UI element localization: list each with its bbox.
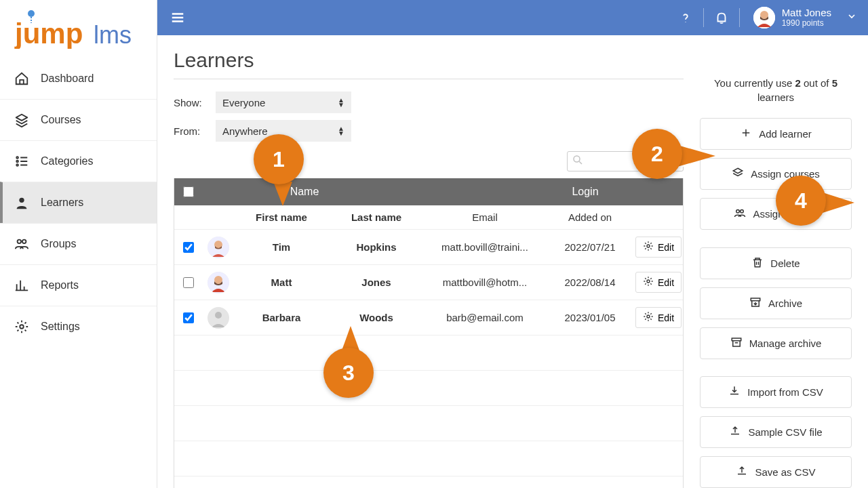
table-row: Barbara Woods barb@email.com 2023/01/05 … [174,300,683,336]
svg-point-3 [16,157,18,159]
callout-pointer [677,145,715,167]
cell-email: mattbovill@hotm... [424,277,546,288]
svg-point-21 [647,315,650,318]
user-name: Matt Jones [782,7,831,19]
svg-rect-24 [751,298,760,301]
edit-button[interactable]: Edit [635,307,682,328]
svg-point-6 [19,198,24,203]
svg-point-18 [647,280,650,283]
people-icon [734,207,746,221]
main: Matt Jones 1990 points Learners Show: Ev… [157,0,868,488]
sidebar-item-reports[interactable]: Reports [0,264,157,306]
column-last-name[interactable]: Last name [329,211,424,223]
divider [739,8,740,27]
select-all-checkbox[interactable] [183,186,194,197]
sidebar-item-categories[interactable]: Categories [0,140,157,182]
download-icon [728,385,741,399]
row-checkbox[interactable] [183,277,194,288]
avatar [753,7,775,28]
help-icon[interactable] [677,9,694,26]
learners-table: Name Login First name Last name Email Ad… [174,178,684,488]
sidebar-item-label: Reports [41,279,79,291]
row-checkbox[interactable] [183,242,194,253]
table-row: Matt Jones mattbovill@hotm... 2022/08/14… [174,265,683,300]
column-group-login[interactable]: Login [406,186,683,198]
edit-button[interactable]: Edit [635,272,682,293]
svg-point-0 [28,10,35,17]
column-email[interactable]: Email [424,211,546,223]
callout-2: 2 [632,129,682,179]
sample-csv-button[interactable]: Sample CSV file [700,416,852,448]
import-csv-button[interactable]: Import from CSV [700,376,852,408]
sidebar-item-courses[interactable]: Courses [0,99,157,140]
bell-icon[interactable] [713,9,730,26]
empty-row [174,476,683,488]
cell-first-name: Matt [234,277,329,288]
filter-show-label: Show: [174,97,209,108]
table-row: Tim Hopkins matt.bovill@traini... 2022/0… [174,230,683,265]
cell-added-on: 2022/07/21 [546,241,634,253]
sidebar-item-settings[interactable]: Settings [0,306,157,347]
empty-row [174,336,683,371]
filters: Show: Everyone ▲▼ From: Anywhere ▲▼ [174,92,684,142]
avatar [208,272,229,293]
svg-point-23 [741,210,744,214]
callout-1: 1 [254,134,304,184]
gear-icon [643,311,654,324]
avatar [208,237,229,258]
column-group-name[interactable]: Name [203,186,406,198]
edit-label: Edit [658,242,674,253]
filter-from-label: From: [174,125,209,137]
assign-courses-button[interactable]: Assign courses [700,158,852,190]
column-added-on[interactable]: Added on [546,211,634,223]
gear-icon [643,276,654,289]
filter-show-value: Everyone [222,97,265,108]
sidebar-item-label: Dashboard [41,73,94,85]
sort-icon: ▲▼ [338,126,344,136]
add-learner-button[interactable]: Add learner [700,118,852,150]
gear-icon [14,319,30,335]
svg-point-12 [574,156,580,162]
gear-icon [643,241,654,253]
archive-button[interactable]: Archive [700,287,852,319]
svg-text:jump: jump [14,18,83,49]
menu-toggle[interactable] [168,8,187,27]
people-icon [14,236,30,252]
sidebar-item-groups[interactable]: Groups [0,223,157,264]
cell-last-name: Hopkins [329,241,424,253]
row-checkbox[interactable] [183,312,194,323]
stack-icon [14,112,30,128]
sort-icon: ▲▼ [338,98,344,107]
column-first-name[interactable]: First name [234,211,329,223]
actions-panel: You currently use 2 out of 5 learners Ad… [700,49,852,488]
edit-label: Edit [658,312,674,323]
cell-first-name: Barbara [234,312,329,323]
chevron-down-icon [846,11,857,24]
divider [703,8,704,27]
user-menu[interactable]: Matt Jones 1990 points [749,7,857,28]
upload-icon [729,425,741,439]
filter-show-select[interactable]: Everyone ▲▼ [216,92,351,113]
svg-point-5 [16,164,18,166]
trash-icon [751,256,764,270]
page-title: Learners [174,49,684,72]
callout-pointer [342,326,359,350]
sidebar-nav: Dashboard Courses Categories Learners Gr… [0,58,157,347]
divider [174,79,684,79]
sidebar: jump lms Dashboard Courses Categories Le… [0,0,157,488]
usage-text: You currently use 2 out of 5 learners [700,76,852,104]
manage-archive-button[interactable]: Manage archive [700,327,852,359]
edit-button[interactable]: Edit [635,237,682,258]
search-icon [572,154,584,169]
avatar [208,307,229,329]
svg-point-20 [215,312,222,319]
user-points: 1990 points [782,19,831,28]
user-meta: Matt Jones 1990 points [782,7,831,28]
home-icon [14,70,30,87]
brand-logo: jump lms [0,0,157,58]
sidebar-item-dashboard[interactable]: Dashboard [0,58,157,99]
delete-button[interactable]: Delete [700,247,852,279]
cell-email: barb@email.com [424,312,546,323]
save-csv-button[interactable]: Save as CSV [700,456,852,488]
sidebar-item-learners[interactable]: Learners [0,182,157,223]
